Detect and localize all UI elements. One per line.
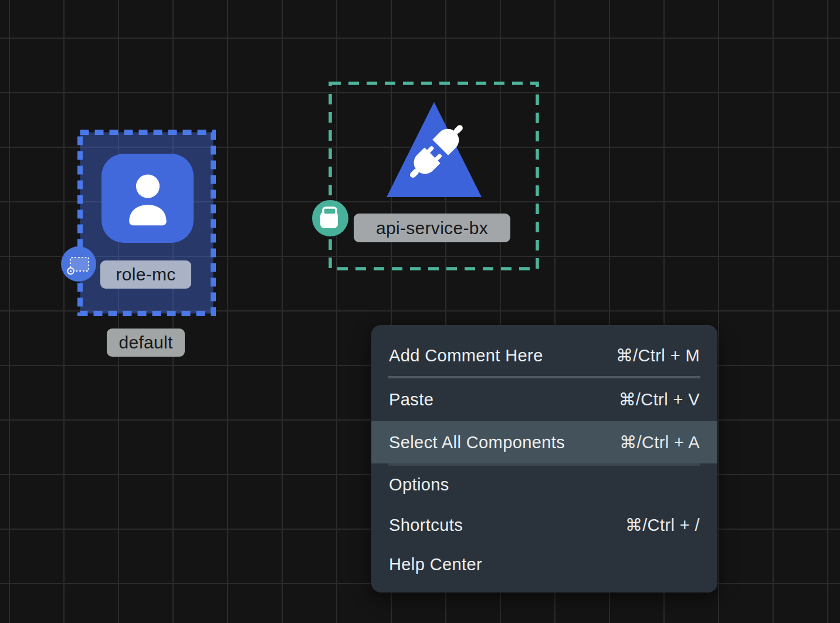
user-icon: [115, 165, 181, 231]
editor-stage: role-mc default api-service-bx: [0, 0, 840, 623]
menu-item-shortcuts[interactable]: Shortcuts ⌘/Ctrl + /: [371, 509, 717, 541]
node-api-service-bx[interactable]: api-service-bx: [328, 82, 539, 270]
node-role-mc[interactable]: role-mc: [77, 129, 216, 317]
menu-item-label: Shortcuts: [389, 516, 463, 535]
marquee-selection-badge[interactable]: [61, 246, 96, 282]
marquee-selection-icon: [61, 246, 96, 282]
group-label-default: default: [107, 329, 185, 357]
menu-item-options[interactable]: Options: [371, 468, 717, 501]
menu-item-label: Add Comment Here: [389, 346, 543, 365]
menu-item-shortcut: ⌘/Ctrl + M: [616, 346, 700, 365]
menu-item-select-all-highlight[interactable]: Select All Components ⌘/Ctrl + A: [371, 421, 717, 463]
menu-item-shortcut: ⌘/Ctrl + A: [619, 432, 700, 452]
menu-item-help-center[interactable]: Help Center: [371, 548, 717, 581]
save-badge[interactable]: [312, 200, 348, 236]
context-menu: Add Comment Here ⌘/Ctrl + M Paste ⌘/Ctrl…: [371, 325, 717, 592]
menu-item-label: Paste: [389, 390, 433, 409]
menu-item-shortcut: ⌘/Ctrl + V: [618, 390, 700, 409]
plug-connector-icon: [384, 100, 484, 199]
menu-item-add-comment[interactable]: Add Comment Here ⌘/Ctrl + M: [371, 339, 717, 372]
menu-divider: [388, 463, 700, 466]
menu-item-label: Options: [389, 475, 449, 495]
menu-item-shortcut: ⌘/Ctrl + /: [625, 515, 700, 535]
node-label-api-service-bx: api-service-bx: [354, 214, 510, 242]
save-icon: [312, 200, 348, 236]
menu-item-select-all[interactable]: Select All Components ⌘/Ctrl + A: [371, 426, 717, 459]
menu-item-label: Select All Components: [389, 433, 565, 452]
node-label-role-mc: role-mc: [100, 260, 191, 289]
menu-item-paste[interactable]: Paste ⌘/Ctrl + V: [371, 383, 717, 416]
menu-divider: [388, 376, 700, 378]
menu-item-label: Help Center: [389, 555, 482, 574]
user-icon-tile: [101, 154, 194, 243]
